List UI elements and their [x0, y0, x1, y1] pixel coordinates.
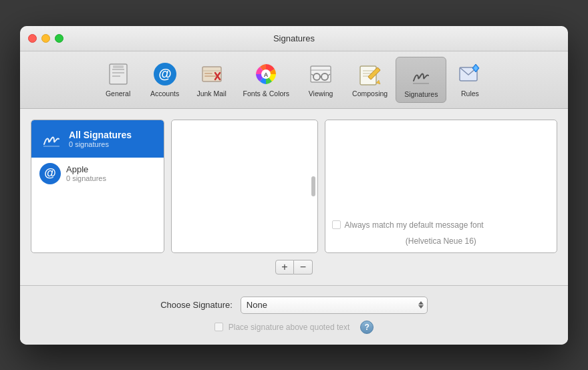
junk-mail-icon — [198, 61, 225, 87]
tab-fonts-colors[interactable]: A Fonts & Colors — [235, 57, 297, 103]
signatures-detail-panel — [171, 120, 318, 253]
apple-account-name: Apple — [66, 164, 106, 174]
choose-signature-label: Choose Signature: — [160, 300, 233, 310]
tab-junk-mail[interactable]: Junk Mail — [188, 57, 235, 103]
main-content: All Signatures 0 signatures @ Apple 0 si… — [20, 109, 568, 285]
help-button[interactable]: ? — [360, 321, 374, 334]
apple-account-icon: @ — [39, 163, 61, 184]
place-sig-checkbox[interactable] — [214, 323, 223, 331]
font-match-checkbox[interactable] — [332, 220, 341, 229]
tab-rules-label: Rules — [461, 89, 479, 98]
apple-account-text: Apple 0 signatures — [66, 164, 106, 182]
svg-marker-28 — [376, 80, 380, 84]
signatures-icon — [408, 61, 434, 88]
general-icon — [105, 61, 132, 87]
maximize-button[interactable] — [55, 34, 63, 43]
tab-viewing[interactable]: Viewing — [297, 57, 344, 103]
add-remove-row: + − — [31, 260, 557, 274]
close-button[interactable] — [28, 34, 37, 43]
all-signatures-icon — [39, 127, 63, 151]
viewing-icon — [307, 61, 334, 87]
all-signatures-count: 0 signatures — [69, 140, 132, 148]
signature-preview-area — [332, 127, 550, 211]
help-icon: ? — [365, 323, 370, 332]
all-signatures-row: All Signatures 0 signatures — [39, 127, 156, 151]
traffic-lights — [28, 34, 63, 43]
main-window: Signatures General @ — [20, 26, 568, 345]
font-detail: (Helvetica Neue 16) — [332, 236, 550, 246]
place-signature-label: Place signature above quoted text — [229, 323, 349, 332]
font-option-row: Always match my default message font — [332, 220, 550, 230]
signatures-list-panel: All Signatures 0 signatures @ Apple 0 si… — [31, 120, 164, 253]
tab-viewing-label: Viewing — [309, 89, 333, 98]
window-title: Signatures — [273, 33, 315, 43]
svg-text:@: @ — [158, 66, 172, 81]
all-signatures-text: All Signatures 0 signatures — [69, 130, 132, 148]
apple-account-item[interactable]: @ Apple 0 signatures — [31, 158, 164, 190]
divider-left-mid — [164, 120, 171, 253]
tab-general-label: General — [106, 89, 130, 98]
tab-accounts-label: Accounts — [150, 89, 179, 98]
svg-rect-4 — [113, 65, 124, 68]
svg-text:A: A — [264, 71, 269, 78]
apple-account-count: 0 signatures — [66, 174, 106, 182]
tab-composing[interactable]: Composing — [344, 57, 396, 103]
tab-general[interactable]: General — [95, 57, 142, 103]
fonts-colors-icon: A — [253, 61, 279, 87]
choose-signature-select-wrapper: None — [241, 297, 428, 314]
svg-rect-16 — [311, 66, 331, 82]
choose-signature-row: Choose Signature: None — [31, 297, 557, 314]
tab-signatures-label: Signatures — [404, 90, 438, 98]
all-signatures-name: All Signatures — [69, 130, 132, 140]
tab-fonts-colors-label: Fonts & Colors — [243, 89, 289, 98]
choose-signature-dropdown[interactable]: None — [241, 297, 428, 314]
tab-junk-mail-label: Junk Mail — [196, 89, 226, 98]
svg-rect-10 — [204, 75, 216, 77]
bottom-section: Choose Signature: None Place signature a… — [20, 285, 568, 345]
minimize-button[interactable] — [41, 34, 50, 43]
tab-rules[interactable]: Rules — [446, 57, 493, 103]
remove-signature-button[interactable]: − — [294, 260, 313, 274]
accounts-icon: @ — [152, 61, 178, 87]
panels-row: All Signatures 0 signatures @ Apple 0 si… — [31, 120, 557, 253]
tab-composing-label: Composing — [352, 89, 388, 98]
rules-icon — [456, 61, 483, 87]
svg-rect-9 — [204, 73, 212, 74]
composing-icon — [357, 61, 384, 87]
signature-preview-panel: Always match my default message font (He… — [325, 120, 557, 253]
all-signatures-item[interactable]: All Signatures 0 signatures — [31, 120, 164, 158]
add-signature-button[interactable]: + — [275, 260, 294, 274]
font-option-label: Always match my default message font — [345, 220, 484, 230]
tab-accounts[interactable]: @ Accounts — [142, 57, 188, 103]
middle-scrollbar[interactable] — [311, 176, 315, 196]
divider-mid-right — [318, 120, 325, 253]
titlebar: Signatures — [20, 26, 568, 51]
toolbar: General @ Accounts — [20, 51, 568, 109]
place-signature-row: Place signature above quoted text ? — [31, 321, 557, 334]
tab-signatures[interactable]: Signatures — [396, 57, 446, 103]
